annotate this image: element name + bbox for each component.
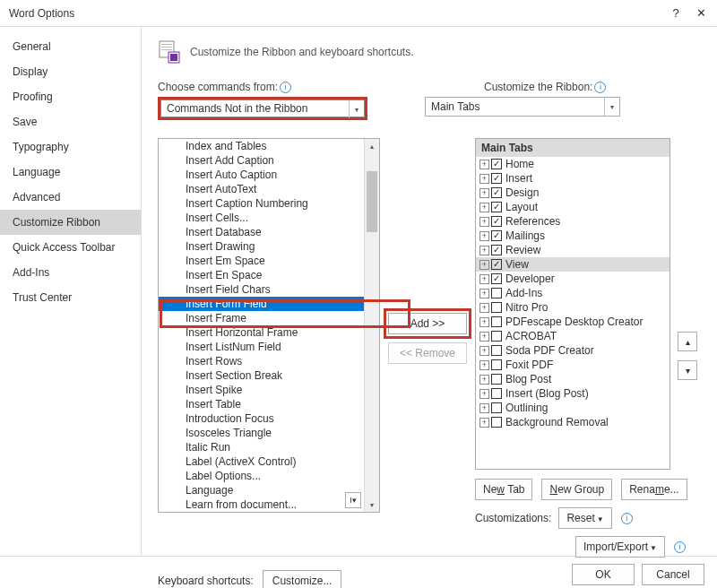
- checkbox[interactable]: [491, 388, 502, 399]
- command-item[interactable]: Insert Database: [159, 225, 364, 239]
- command-item[interactable]: Label (ActiveX Control): [159, 454, 364, 469]
- tree-item-nitro-pro[interactable]: +Nitro Pro: [476, 300, 669, 315]
- checkbox[interactable]: ✓: [491, 202, 502, 212]
- commands-from-select[interactable]: Commands Not in the Ribbon ▾: [160, 99, 365, 117]
- expand-icon[interactable]: +: [479, 303, 489, 313]
- checkbox[interactable]: ✓: [491, 173, 502, 184]
- sidebar-item-proofing[interactable]: Proofing: [0, 84, 141, 109]
- expand-icon[interactable]: +: [479, 188, 489, 198]
- checkbox[interactable]: [491, 331, 502, 342]
- tree-item-outlining[interactable]: +Outlining: [476, 401, 669, 415]
- checkbox[interactable]: ✓: [491, 273, 502, 284]
- command-item[interactable]: Label Options...: [159, 469, 364, 483]
- command-item[interactable]: Insert Add Caption: [159, 153, 364, 168]
- tree-item-review[interactable]: +✓Review: [476, 243, 669, 257]
- expand-icon[interactable]: +: [479, 260, 489, 270]
- expand-icon[interactable]: +: [479, 346, 489, 356]
- scroll-down-icon[interactable]: ▾: [365, 497, 379, 512]
- reset-button[interactable]: Reset▼: [558, 507, 611, 529]
- expand-icon[interactable]: +: [479, 160, 489, 169]
- checkbox[interactable]: [491, 288, 502, 298]
- sidebar-item-quick-access-toolbar[interactable]: Quick Access Toolbar: [0, 235, 141, 260]
- tree-item-add-ins[interactable]: +Add-Ins: [476, 286, 669, 300]
- checkbox[interactable]: ✓: [491, 259, 502, 270]
- command-item[interactable]: Italic Run: [159, 440, 364, 454]
- tree-item-layout[interactable]: +✓Layout: [476, 200, 669, 214]
- expand-icon[interactable]: +: [479, 231, 489, 241]
- expand-icon[interactable]: +: [479, 317, 489, 327]
- sidebar-item-add-ins[interactable]: Add-Ins: [0, 260, 141, 285]
- checkbox[interactable]: [491, 316, 502, 327]
- tree-item-insert-blog-post-[interactable]: +Insert (Blog Post): [476, 386, 669, 401]
- expand-icon[interactable]: +: [479, 274, 489, 284]
- tree-item-soda-pdf-creator[interactable]: +Soda PDF Creator: [476, 343, 669, 358]
- sidebar-item-save[interactable]: Save: [0, 109, 141, 134]
- checkbox[interactable]: ✓: [491, 159, 502, 169]
- customize-ribbon-select[interactable]: Main Tabs ▾: [425, 97, 620, 117]
- tree-item-mailings[interactable]: +✓Mailings: [476, 229, 669, 243]
- tree-item-background-removal[interactable]: +Background Removal: [476, 415, 669, 429]
- command-item[interactable]: Learn from document...: [159, 497, 364, 512]
- command-item[interactable]: Insert ListNum Field: [159, 340, 364, 354]
- modify-button[interactable]: I▾: [345, 492, 361, 508]
- tree-item-design[interactable]: +✓Design: [476, 186, 669, 200]
- command-item[interactable]: Insert AutoText: [159, 182, 364, 196]
- checkbox[interactable]: [491, 402, 502, 413]
- command-item[interactable]: Insert Cells...: [159, 211, 364, 225]
- sidebar-item-advanced[interactable]: Advanced: [0, 185, 141, 210]
- import-export-button[interactable]: Import/Export▼: [575, 536, 665, 558]
- sidebar-item-trust-center[interactable]: Trust Center: [0, 285, 141, 310]
- expand-icon[interactable]: +: [479, 375, 489, 385]
- expand-icon[interactable]: +: [479, 389, 489, 399]
- checkbox[interactable]: [491, 345, 502, 356]
- expand-icon[interactable]: +: [479, 174, 489, 184]
- sidebar-item-language[interactable]: Language: [0, 160, 141, 185]
- command-item[interactable]: Insert En Space: [159, 268, 364, 282]
- tree-item-home[interactable]: +✓Home: [476, 157, 669, 171]
- checkbox[interactable]: [491, 417, 502, 428]
- command-item[interactable]: Insert Form Field: [159, 297, 364, 311]
- checkbox[interactable]: [491, 302, 502, 313]
- help-button[interactable]: ?: [663, 1, 688, 26]
- checkbox[interactable]: ✓: [491, 216, 502, 227]
- command-item[interactable]: Insert Table: [159, 397, 364, 411]
- info-icon[interactable]: i: [280, 82, 291, 93]
- command-item[interactable]: Insert Caption Numbering: [159, 196, 364, 211]
- checkbox[interactable]: ✓: [491, 245, 502, 255]
- commands-listbox[interactable]: Index and TablesInsert Add CaptionInsert…: [158, 138, 380, 513]
- expand-icon[interactable]: +: [479, 403, 489, 413]
- info-icon[interactable]: i: [674, 541, 686, 553]
- command-item[interactable]: Insert Spike: [159, 383, 364, 397]
- checkbox[interactable]: ✓: [491, 230, 502, 241]
- add-button[interactable]: Add >>: [388, 313, 467, 334]
- command-item[interactable]: Insert Em Space: [159, 254, 364, 268]
- command-item[interactable]: Insert Frame: [159, 311, 364, 325]
- close-button[interactable]: ✕: [688, 1, 713, 26]
- command-item[interactable]: Introduction Focus: [159, 411, 364, 426]
- command-item[interactable]: Insert Drawing: [159, 239, 364, 254]
- tree-item-references[interactable]: +✓References: [476, 214, 669, 229]
- expand-icon[interactable]: +: [479, 203, 489, 212]
- tree-item-blog-post[interactable]: +Blog Post: [476, 372, 669, 386]
- info-icon[interactable]: i: [594, 82, 606, 93]
- scroll-thumb[interactable]: [367, 171, 377, 232]
- info-icon[interactable]: i: [621, 513, 633, 524]
- command-item[interactable]: Insert Field Chars: [159, 282, 364, 297]
- sidebar-item-display[interactable]: Display: [0, 59, 141, 84]
- move-up-button[interactable]: ▴: [678, 332, 697, 351]
- checkbox[interactable]: [491, 359, 502, 370]
- new-tab-button[interactable]: New Tab: [475, 479, 532, 500]
- command-item[interactable]: Insert Horizontal Frame: [159, 325, 364, 340]
- sidebar-item-general[interactable]: General: [0, 34, 141, 59]
- rename-button[interactable]: Rename...: [621, 479, 687, 500]
- checkbox[interactable]: ✓: [491, 187, 502, 198]
- command-item[interactable]: Index and Tables: [159, 139, 364, 153]
- command-item[interactable]: Isosceles Triangle: [159, 426, 364, 440]
- tree-item-pdfescape-desktop-creator[interactable]: +PDFescape Desktop Creator: [476, 315, 669, 329]
- expand-icon[interactable]: +: [479, 246, 489, 255]
- checkbox[interactable]: [491, 374, 502, 385]
- expand-icon[interactable]: +: [479, 217, 489, 227]
- expand-icon[interactable]: +: [479, 418, 489, 428]
- ribbon-tree[interactable]: Main Tabs +✓Home+✓Insert+✓Design+✓Layout…: [475, 138, 670, 470]
- sidebar-item-typography[interactable]: Typography: [0, 134, 141, 160]
